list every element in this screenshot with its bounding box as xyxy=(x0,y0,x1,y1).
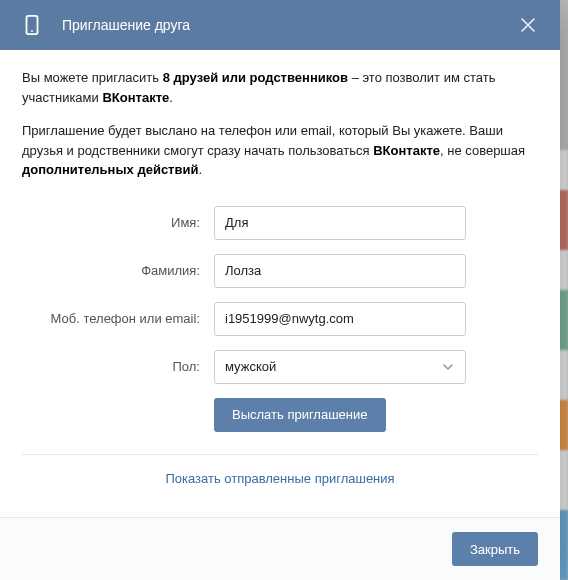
form-row-contact: Моб. телефон или email: xyxy=(22,302,538,336)
send-invite-button[interactable]: Выслать приглашение xyxy=(214,398,386,432)
intro-text-fragment: , не совершая xyxy=(440,143,525,158)
intro-text-fragment: . xyxy=(198,162,202,177)
show-sent-invites-link[interactable]: Показать отправленные приглашения xyxy=(165,471,394,486)
modal-header: Приглашение друга xyxy=(0,0,560,50)
gender-select-value: мужской xyxy=(225,359,276,374)
intro-bold: ВКонтакте xyxy=(373,143,440,158)
intro-text-fragment: Вы можете пригласить xyxy=(22,70,163,85)
close-button[interactable]: Закрыть xyxy=(452,532,538,566)
form-row-first-name: Имя: xyxy=(22,206,538,240)
intro-bold: 8 друзей или родственников xyxy=(163,70,348,85)
form-row-submit: Выслать приглашение xyxy=(22,398,538,432)
divider xyxy=(22,454,538,455)
modal-footer: Закрыть xyxy=(0,517,560,580)
modal-body: Вы можете пригласить 8 друзей или родств… xyxy=(0,50,560,517)
contact-label: Моб. телефон или email: xyxy=(22,311,200,326)
svg-point-1 xyxy=(31,30,33,32)
last-name-input[interactable] xyxy=(214,254,466,288)
close-icon[interactable] xyxy=(514,11,542,39)
invite-form: Имя: Фамилия: Моб. телефон или email: По… xyxy=(22,206,538,486)
gender-select[interactable]: мужской xyxy=(214,350,466,384)
last-name-label: Фамилия: xyxy=(22,263,200,278)
contact-input[interactable] xyxy=(214,302,466,336)
intro-bold: ВКонтакте xyxy=(102,90,169,105)
intro-text-fragment: . xyxy=(169,90,173,105)
intro-paragraph-2: Приглашение будет выслано на телефон или… xyxy=(22,121,538,180)
intro-text: Вы можете пригласить 8 друзей или родств… xyxy=(22,68,538,180)
chevron-down-icon xyxy=(439,358,457,376)
first-name-label: Имя: xyxy=(22,215,200,230)
intro-bold: дополнительных действий xyxy=(22,162,198,177)
invite-friend-modal: Приглашение друга Вы можете пригласить 8… xyxy=(0,0,560,580)
intro-paragraph-1: Вы можете пригласить 8 друзей или родств… xyxy=(22,68,538,107)
form-row-gender: Пол: мужской xyxy=(22,350,538,384)
gender-label: Пол: xyxy=(22,359,200,374)
modal-title: Приглашение друга xyxy=(62,17,498,33)
phone-icon xyxy=(18,11,46,39)
first-name-input[interactable] xyxy=(214,206,466,240)
form-row-last-name: Фамилия: xyxy=(22,254,538,288)
